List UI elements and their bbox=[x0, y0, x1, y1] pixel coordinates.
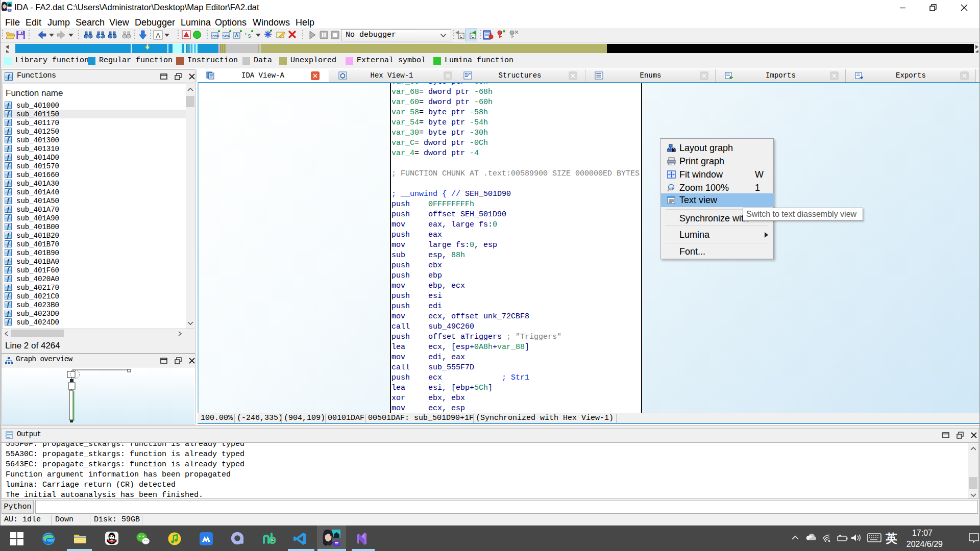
svg-text:A: A bbox=[235, 33, 238, 38]
svg-text:DATA: DATA bbox=[223, 35, 230, 38]
svg-text:A: A bbox=[156, 32, 160, 39]
svg-text:'s: 's bbox=[244, 33, 251, 40]
svg-text:C: C bbox=[459, 34, 463, 39]
svg-text:1:1: 1:1 bbox=[669, 186, 674, 189]
svg-text:C: C bbox=[471, 34, 475, 39]
svg-text:1: 1 bbox=[111, 34, 113, 39]
svg-text:#: # bbox=[87, 34, 89, 39]
svg-text:CODE: CODE bbox=[211, 35, 219, 38]
svg-text:T: T bbox=[99, 34, 102, 39]
